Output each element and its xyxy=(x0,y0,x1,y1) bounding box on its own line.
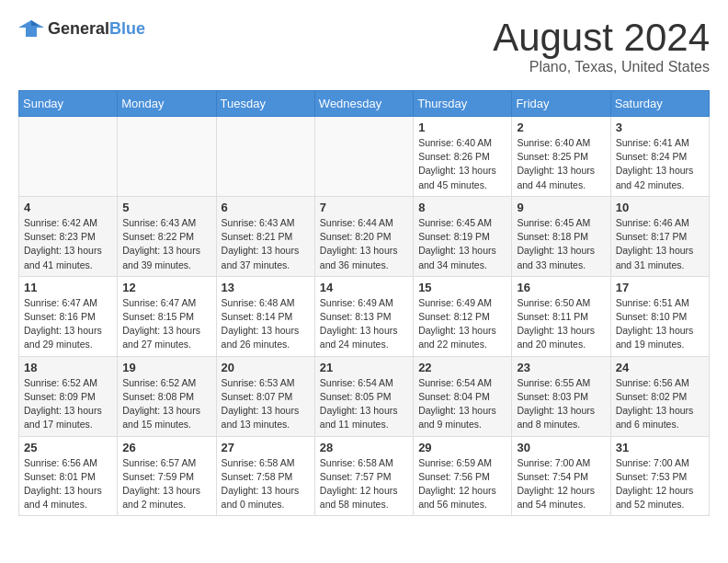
day-detail: Sunrise: 7:00 AMSunset: 7:54 PMDaylight:… xyxy=(517,456,605,512)
day-number: 16 xyxy=(517,281,605,294)
day-detail: Sunrise: 6:47 AMSunset: 8:16 PMDaylight:… xyxy=(24,296,112,352)
day-of-week-header: Monday xyxy=(118,91,216,117)
month-title: August 2024 xyxy=(493,18,710,57)
day-number: 23 xyxy=(517,361,605,374)
day-number: 29 xyxy=(418,441,506,454)
day-number: 8 xyxy=(418,201,506,214)
calendar-cell: 6Sunrise: 6:43 AMSunset: 8:21 PMDaylight… xyxy=(216,196,314,276)
day-number: 27 xyxy=(222,441,310,454)
day-number: 22 xyxy=(418,361,506,374)
calendar-cell: 22Sunrise: 6:54 AMSunset: 8:04 PMDayligh… xyxy=(414,356,512,436)
calendar-cell: 2Sunrise: 6:40 AMSunset: 8:25 PMDaylight… xyxy=(512,117,610,197)
day-number: 1 xyxy=(418,121,506,134)
calendar-cell: 27Sunrise: 6:58 AMSunset: 7:58 PMDayligh… xyxy=(216,436,314,516)
calendar-week-row: 11Sunrise: 6:47 AMSunset: 8:16 PMDayligh… xyxy=(19,276,710,356)
title-block: August 2024 Plano, Texas, United States xyxy=(493,18,710,75)
page: GeneralBlue August 2024 Plano, Texas, Un… xyxy=(0,0,728,534)
day-detail: Sunrise: 6:46 AMSunset: 8:17 PMDaylight:… xyxy=(616,216,704,272)
day-of-week-header: Friday xyxy=(512,91,610,117)
day-of-week-header: Saturday xyxy=(610,91,709,117)
calendar-cell: 15Sunrise: 6:49 AMSunset: 8:12 PMDayligh… xyxy=(414,276,512,356)
calendar-cell: 30Sunrise: 7:00 AMSunset: 7:54 PMDayligh… xyxy=(512,436,610,516)
calendar-cell: 19Sunrise: 6:52 AMSunset: 8:08 PMDayligh… xyxy=(118,356,216,436)
day-detail: Sunrise: 6:50 AMSunset: 8:11 PMDaylight:… xyxy=(517,296,605,352)
day-detail: Sunrise: 6:52 AMSunset: 8:08 PMDaylight:… xyxy=(122,376,210,432)
calendar-cell: 5Sunrise: 6:43 AMSunset: 8:22 PMDaylight… xyxy=(118,196,216,276)
day-number: 25 xyxy=(24,441,112,454)
day-detail: Sunrise: 6:42 AMSunset: 8:23 PMDaylight:… xyxy=(24,216,112,272)
day-number: 11 xyxy=(24,281,112,294)
day-number: 14 xyxy=(320,281,408,294)
calendar-cell: 7Sunrise: 6:44 AMSunset: 8:20 PMDaylight… xyxy=(314,196,413,276)
day-number: 30 xyxy=(517,441,605,454)
day-detail: Sunrise: 6:49 AMSunset: 8:13 PMDaylight:… xyxy=(320,296,408,352)
logo-blue: Blue xyxy=(109,19,145,38)
calendar-cell xyxy=(216,117,314,197)
location: Plano, Texas, United States xyxy=(493,59,710,75)
day-detail: Sunrise: 6:40 AMSunset: 8:26 PMDaylight:… xyxy=(418,136,506,192)
calendar-cell: 18Sunrise: 6:52 AMSunset: 8:09 PMDayligh… xyxy=(19,356,118,436)
calendar-cell: 12Sunrise: 6:47 AMSunset: 8:15 PMDayligh… xyxy=(118,276,216,356)
day-number: 17 xyxy=(616,281,704,294)
day-number: 15 xyxy=(418,281,506,294)
day-detail: Sunrise: 6:54 AMSunset: 8:05 PMDaylight:… xyxy=(320,376,408,432)
calendar-cell: 4Sunrise: 6:42 AMSunset: 8:23 PMDaylight… xyxy=(19,196,118,276)
day-detail: Sunrise: 6:55 AMSunset: 8:03 PMDaylight:… xyxy=(517,376,605,432)
day-number: 18 xyxy=(24,361,112,374)
day-of-week-header: Tuesday xyxy=(216,91,314,117)
day-detail: Sunrise: 6:52 AMSunset: 8:09 PMDaylight:… xyxy=(24,376,112,432)
day-of-week-header: Wednesday xyxy=(314,91,413,117)
day-of-week-header: Sunday xyxy=(19,91,118,117)
day-detail: Sunrise: 6:58 AMSunset: 7:57 PMDaylight:… xyxy=(320,456,408,512)
day-detail: Sunrise: 6:40 AMSunset: 8:25 PMDaylight:… xyxy=(517,136,605,192)
day-number: 12 xyxy=(122,281,210,294)
calendar-cell: 24Sunrise: 6:56 AMSunset: 8:02 PMDayligh… xyxy=(610,356,709,436)
day-of-week-header: Thursday xyxy=(414,91,512,117)
calendar-cell: 21Sunrise: 6:54 AMSunset: 8:05 PMDayligh… xyxy=(314,356,413,436)
logo-general: General xyxy=(48,19,109,38)
calendar-table: SundayMondayTuesdayWednesdayThursdayFrid… xyxy=(18,90,710,516)
day-detail: Sunrise: 6:51 AMSunset: 8:10 PMDaylight:… xyxy=(616,296,704,352)
calendar-cell xyxy=(118,117,216,197)
calendar-cell: 10Sunrise: 6:46 AMSunset: 8:17 PMDayligh… xyxy=(610,196,709,276)
day-detail: Sunrise: 6:43 AMSunset: 8:21 PMDaylight:… xyxy=(222,216,310,272)
calendar-cell xyxy=(314,117,413,197)
calendar-cell: 16Sunrise: 6:50 AMSunset: 8:11 PMDayligh… xyxy=(512,276,610,356)
calendar-header-row: SundayMondayTuesdayWednesdayThursdayFrid… xyxy=(19,91,710,117)
calendar-cell: 8Sunrise: 6:45 AMSunset: 8:19 PMDaylight… xyxy=(414,196,512,276)
day-detail: Sunrise: 6:43 AMSunset: 8:22 PMDaylight:… xyxy=(122,216,210,272)
calendar-cell: 26Sunrise: 6:57 AMSunset: 7:59 PMDayligh… xyxy=(118,436,216,516)
day-detail: Sunrise: 6:48 AMSunset: 8:14 PMDaylight:… xyxy=(222,296,310,352)
day-number: 6 xyxy=(222,201,310,214)
day-detail: Sunrise: 6:44 AMSunset: 8:20 PMDaylight:… xyxy=(320,216,408,272)
day-detail: Sunrise: 6:54 AMSunset: 8:04 PMDaylight:… xyxy=(418,376,506,432)
calendar-cell: 17Sunrise: 6:51 AMSunset: 8:10 PMDayligh… xyxy=(610,276,709,356)
calendar-cell: 23Sunrise: 6:55 AMSunset: 8:03 PMDayligh… xyxy=(512,356,610,436)
logo: GeneralBlue xyxy=(18,18,145,39)
calendar-cell: 20Sunrise: 6:53 AMSunset: 8:07 PMDayligh… xyxy=(216,356,314,436)
day-number: 7 xyxy=(320,201,408,214)
calendar-cell: 29Sunrise: 6:59 AMSunset: 7:56 PMDayligh… xyxy=(414,436,512,516)
day-number: 4 xyxy=(24,201,112,214)
calendar-week-row: 1Sunrise: 6:40 AMSunset: 8:26 PMDaylight… xyxy=(19,117,710,197)
day-detail: Sunrise: 6:59 AMSunset: 7:56 PMDaylight:… xyxy=(418,456,506,512)
day-detail: Sunrise: 6:49 AMSunset: 8:12 PMDaylight:… xyxy=(418,296,506,352)
day-number: 28 xyxy=(320,441,408,454)
logo-icon xyxy=(18,18,44,39)
day-number: 19 xyxy=(122,361,210,374)
day-detail: Sunrise: 6:45 AMSunset: 8:19 PMDaylight:… xyxy=(418,216,506,272)
day-number: 9 xyxy=(517,201,605,214)
day-number: 5 xyxy=(122,201,210,214)
day-detail: Sunrise: 6:56 AMSunset: 8:01 PMDaylight:… xyxy=(24,456,112,512)
day-detail: Sunrise: 7:00 AMSunset: 7:53 PMDaylight:… xyxy=(616,456,704,512)
calendar-week-row: 25Sunrise: 6:56 AMSunset: 8:01 PMDayligh… xyxy=(19,436,710,516)
day-number: 13 xyxy=(222,281,310,294)
header: GeneralBlue August 2024 Plano, Texas, Un… xyxy=(18,18,710,75)
calendar-cell: 3Sunrise: 6:41 AMSunset: 8:24 PMDaylight… xyxy=(610,117,709,197)
day-detail: Sunrise: 6:57 AMSunset: 7:59 PMDaylight:… xyxy=(122,456,210,512)
day-detail: Sunrise: 6:56 AMSunset: 8:02 PMDaylight:… xyxy=(616,376,704,432)
day-number: 21 xyxy=(320,361,408,374)
calendar-cell xyxy=(19,117,118,197)
day-number: 10 xyxy=(616,201,704,214)
day-detail: Sunrise: 6:41 AMSunset: 8:24 PMDaylight:… xyxy=(616,136,704,192)
